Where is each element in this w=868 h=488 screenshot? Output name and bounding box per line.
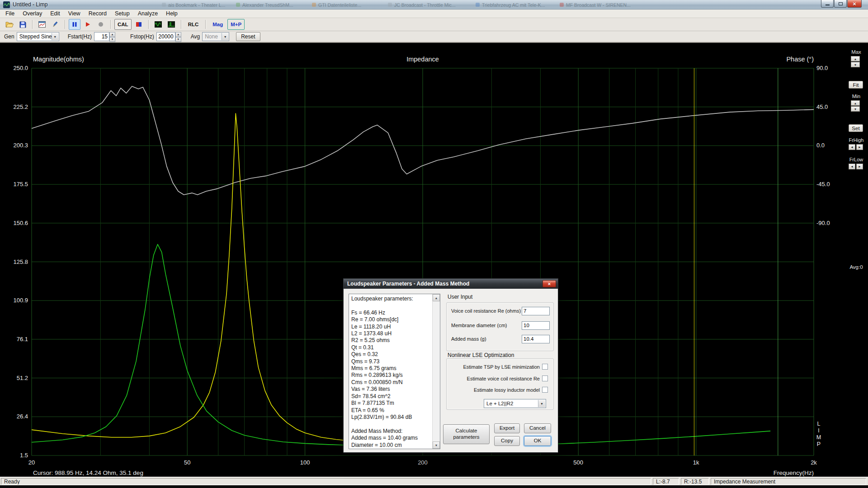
menu-record[interactable]: Record [85,10,111,17]
frlow-right-button[interactable]: ► [856,164,863,169]
min-up-button[interactable]: ▲ [851,100,860,106]
menu-view[interactable]: View [64,10,85,17]
loudspeaker-parameters-dialog[interactable]: Loudspeaker Parameters - Added Mass Meth… [343,278,558,453]
parameter-line: Added mass = 10.40 grams [351,435,431,441]
cancel-button[interactable]: Cancel [524,423,551,433]
frhigh-right-button[interactable]: ► [856,144,863,150]
magnitude-phase-view-button[interactable]: M+P [227,19,245,30]
fstop-input[interactable] [156,32,175,41]
toolbar-separator [148,20,149,29]
menu-bar: FileOverlayEditViewRecordSetupAnalyzeHel… [0,9,868,18]
estimate-tsp-checkbox[interactable] [542,364,548,370]
avg-counter: Avg:0 [846,264,866,270]
generator-type-select[interactable]: Stepped Sine ▼ [17,32,59,41]
frlow-label: FrLow [846,157,866,162]
spin-up-icon: ▲ [175,32,181,37]
minimize-button[interactable] [821,0,834,8]
max-down-button[interactable]: ▼ [851,62,860,67]
close-button[interactable]: × [847,0,862,8]
sine-signal-button[interactable] [152,19,164,30]
user-input-row: Voice coil resistance Re (ohms) [451,306,550,315]
pause-icon [72,22,77,27]
added-mass-input[interactable] [522,335,550,343]
parameter-line: Fs = 66.46 Hz [351,310,431,316]
calibration-flag-button[interactable] [133,19,145,30]
pulse-signal-button[interactable] [165,19,177,30]
mag-tick-label: 76.1 [3,336,28,343]
open-file-button[interactable] [4,19,15,30]
scroll-up-button[interactable]: ▲ [433,294,440,301]
dialog-title-bar[interactable]: Loudspeaker Parameters - Added Mass Meth… [344,279,558,289]
copy-button[interactable]: Copy [494,436,520,446]
menu-file[interactable]: File [1,10,19,17]
user-input-field-label: Membrane diameter (cm) [451,323,522,328]
membrane-diameter-input[interactable] [522,321,550,330]
fstart-input[interactable] [94,32,109,41]
menu-analyze[interactable]: Analyze [134,10,162,17]
listbox-scrollbar[interactable]: ▲ ▼ [432,294,440,449]
limp-letter: I [815,427,822,434]
fit-button[interactable]: Fit [849,81,863,89]
mag-tick-label: 200.3 [3,142,28,149]
estimate-re-checkbox[interactable] [542,375,548,381]
fstart-input-group: ▲▼ [94,32,115,41]
estimate-lossy-inductor-checkbox[interactable] [542,387,548,393]
lse-option-label: Estimate lossy inductor model [474,387,540,393]
menu-overlay[interactable]: Overlay [19,10,46,17]
phase-tick-label: 90.0 [816,65,840,71]
reset-button[interactable]: Reset [236,32,260,41]
sine-wave-icon [155,21,162,28]
user-input-field-label: Added mass (g) [451,336,522,342]
x-axis-title: Frequency(Hz) [746,469,814,476]
edit-pin-button[interactable] [49,19,61,30]
toolbar-separator [205,20,206,29]
menu-help[interactable]: Help [162,10,182,17]
user-input-row: Membrane diameter (cm) [451,321,550,330]
rlc-button[interactable]: RLC [185,19,202,30]
level-left-indicator: L:-8.7 [653,478,679,485]
parameters-listbox[interactable]: Loudspeaker parameters: Fs = 66.46 HzRe … [349,294,440,449]
maximize-button[interactable] [834,0,847,8]
status-message: Ready [1,478,651,485]
menu-setup[interactable]: Setup [111,10,134,17]
inductor-model-select[interactable]: Le + L2||R2 ▼ [484,399,546,408]
ghost-favicon-icon [476,3,480,7]
fstart-spinner[interactable]: ▲▼ [109,32,115,41]
ok-button[interactable]: OK [524,436,551,446]
lse-option-row: Estimate lossy inductor model [450,386,548,393]
frhigh-left-button[interactable]: ◄ [849,144,855,150]
minimize-icon [826,5,830,5]
fstop-spinner[interactable]: ▲▼ [175,32,181,41]
ghost-tab: MF Broadcast W - SIRENEN... [560,1,631,8]
ghost-favicon-icon [388,3,392,7]
title-bar[interactable]: ais Bookmark - Theater L...Alexander Tre… [0,0,868,9]
chart-window-icon [38,21,46,28]
generator-bar: Gen Stepped Sine ▼ Fstart(Hz) ▲▼ Fstop(H… [0,31,868,43]
magnitude-view-button[interactable]: Mag [209,19,226,30]
pause-button[interactable] [69,19,80,30]
frlow-left-button[interactable]: ◄ [849,164,855,169]
set-button[interactable]: Set [849,124,863,132]
mag-tick-label: 26.4 [3,413,28,420]
export-button[interactable]: Export [494,423,520,433]
voice-coil-resistance-input[interactable] [522,307,550,315]
parameter-line: Vas = 7.36 liters [351,386,431,393]
avg-value: None [205,33,218,40]
mag-tick-label: 51.2 [3,375,28,381]
save-file-button[interactable] [17,19,28,30]
parameter-line: Bl = 7.877135 Tm [351,400,431,407]
scroll-down-button[interactable]: ▼ [433,441,440,449]
overlay-window-button[interactable] [36,19,48,30]
avg-select[interactable]: None ▼ [202,32,229,41]
cal-button[interactable]: CAL [114,19,132,30]
stop-button[interactable] [95,19,107,30]
parameter-line: Added Mass Method: [351,428,431,435]
calculate-parameters-button[interactable]: Calculate parameters [443,424,490,444]
gen-label: Gen [4,33,14,40]
dialog-close-button[interactable]: × [542,280,556,287]
start-recording-button[interactable] [82,19,94,30]
max-up-button[interactable]: ▲ [851,56,860,61]
ghost-tab-title: Triebfahrzeug AC mit Tele-K... [482,2,545,8]
menu-edit[interactable]: Edit [46,10,64,17]
min-down-button[interactable]: ▼ [851,106,860,112]
